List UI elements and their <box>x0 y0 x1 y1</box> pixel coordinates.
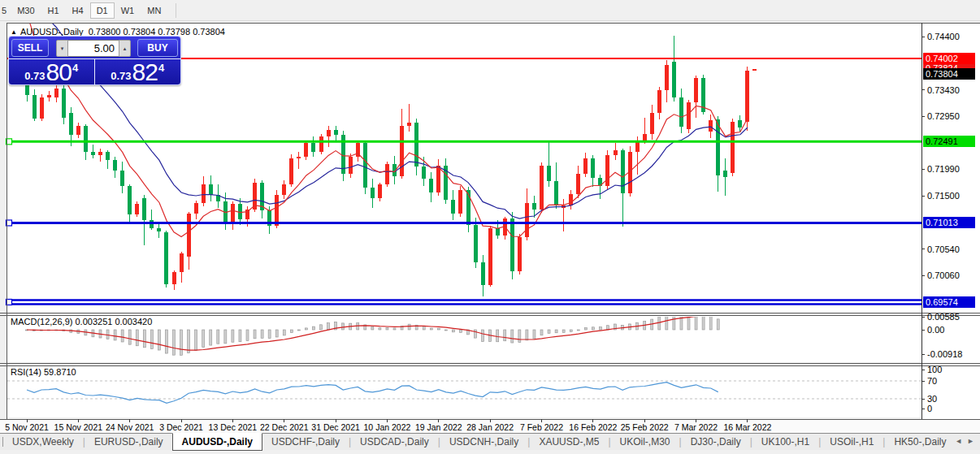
candle <box>238 204 242 219</box>
sell-price-pip: 4 <box>72 62 78 74</box>
volume-input[interactable] <box>68 40 119 57</box>
candle <box>341 135 345 174</box>
hline-price-label-0.74002: 0.74002 <box>923 53 975 64</box>
candle <box>738 120 742 128</box>
candle <box>98 152 102 156</box>
rsi-axis-0: 0 <box>927 403 932 414</box>
macd-indicator-label: MACD(12,26,9) 0.003251 0.003420 <box>11 317 152 326</box>
candle <box>569 194 573 205</box>
price-axis-tick-0.72950: 0.72950 <box>927 110 960 122</box>
price-axis-tick-0.71990: 0.71990 <box>927 163 960 175</box>
candle <box>275 195 279 226</box>
rsi-axis-100: 100 <box>927 364 942 375</box>
buy-price-prefix: 0.73 <box>111 70 131 82</box>
sell-button[interactable]: SELL <box>11 39 49 57</box>
candle <box>583 158 588 174</box>
tab-usdcnh-daily[interactable]: USDCNH-,Daily <box>440 434 527 451</box>
macd-bar <box>106 330 109 339</box>
macd-bar <box>371 326 374 330</box>
tab-usdchf-daily[interactable]: USDCHF-,Daily <box>262 434 349 451</box>
tab-usdx-weekly[interactable]: USDX,Weekly <box>3 434 83 451</box>
candle <box>650 113 654 134</box>
macd-bar <box>526 330 528 340</box>
hline-handle[interactable] <box>7 299 12 305</box>
tab-hk50-daily[interactable]: HK50-,Daily <box>885 434 955 451</box>
candle <box>172 272 176 284</box>
candle <box>614 150 618 154</box>
candle <box>540 166 544 210</box>
tab-usdcad-daily[interactable]: USDCAD-,Daily <box>351 434 438 451</box>
macd-bar <box>150 330 153 349</box>
volume-increase-button[interactable]: ▴ <box>119 40 131 57</box>
macd-bar <box>173 330 176 355</box>
macd-bar <box>408 324 410 330</box>
candle <box>672 62 676 97</box>
macd-bar <box>437 328 440 330</box>
macd-bar <box>599 327 601 330</box>
mt4-window: 5M30H1H4D1W1MN ▲AUDUSD-,Daily 0.73800 0.… <box>0 0 980 454</box>
candle <box>518 237 522 271</box>
candle <box>422 166 426 179</box>
rsi-value: 59.8710 <box>44 367 76 377</box>
candle <box>91 152 95 156</box>
tab-ukoil-m30[interactable]: UKOil-,M30 <box>611 434 679 451</box>
macd-bar <box>423 326 425 330</box>
macd-signal-value: 0.003420 <box>115 317 152 326</box>
candle <box>532 203 536 210</box>
macd-value: 0.003251 <box>75 317 112 326</box>
candle <box>33 95 37 118</box>
tab-scroll-right-icon[interactable]: ► <box>965 436 978 446</box>
sell-price-display[interactable]: 0.73 80 4 <box>9 59 95 85</box>
candle <box>180 253 184 272</box>
candle <box>576 174 580 195</box>
buy-price-display[interactable]: 0.73 82 4 <box>95 59 181 85</box>
candle <box>54 89 59 98</box>
candle <box>25 85 29 96</box>
tab-eurusd-daily[interactable]: EURUSD-,Daily <box>85 434 172 451</box>
macd-bar <box>533 330 536 339</box>
buy-button[interactable]: BUY <box>137 39 178 57</box>
macd-bar <box>540 330 543 335</box>
macd-bar <box>239 330 241 342</box>
macd-bar <box>386 327 388 330</box>
tab-usoil-h1[interactable]: USOil-,H1 <box>821 434 882 451</box>
candle <box>334 130 338 134</box>
date-label: 10 Jan 2022 <box>358 422 415 432</box>
macd-bar <box>261 330 263 338</box>
macd-bar <box>548 330 550 333</box>
macd-bar <box>504 330 506 341</box>
candle <box>496 228 500 235</box>
candle <box>297 157 301 159</box>
macd-bar <box>232 330 234 342</box>
candle <box>128 186 132 214</box>
tab-xauusd-m5[interactable]: XAUUSD-,M5 <box>530 434 608 451</box>
tab-dj30-daily[interactable]: DJ30-,Daily <box>682 434 750 451</box>
tab-uk100-h1[interactable]: UK100-,H1 <box>752 434 818 451</box>
volume-decrease-button[interactable]: ▾ <box>56 40 68 57</box>
macd-bar <box>584 328 587 330</box>
date-label: 3 Dec 2021 <box>153 422 210 432</box>
macd-bar <box>592 327 594 330</box>
macd-bar <box>452 330 454 332</box>
date-label: 31 Dec 2021 <box>307 422 364 432</box>
macd-bar <box>136 330 138 346</box>
date-label: 24 Nov 2021 <box>102 422 158 432</box>
macd-bar <box>158 330 160 350</box>
tab-scroll-arrows: ◄► <box>953 437 978 445</box>
symbol-tabbar: USDX,Weekly|EURUSD-,DailyAUDUSD-,DailyUS… <box>0 433 980 450</box>
macd-bar <box>180 330 183 355</box>
hline-handle[interactable] <box>7 220 12 226</box>
macd-bar <box>444 330 447 331</box>
macd-name: MACD(12,26,9) <box>11 317 72 326</box>
candle <box>716 119 720 175</box>
hline-price-label-0.69574: 0.69574 <box>923 296 975 308</box>
tab-scroll-left-icon[interactable]: ◄ <box>953 436 965 446</box>
macd-bar <box>320 325 323 330</box>
candle <box>231 204 235 223</box>
macd-bar <box>475 330 477 338</box>
hline-handle[interactable] <box>7 139 12 145</box>
date-label: 5 Nov 2021 <box>0 422 55 432</box>
tab-audusd-daily[interactable]: AUDUSD-,Daily <box>172 433 262 451</box>
date-label: 15 Nov 2021 <box>50 422 106 432</box>
date-label: 7 Mar 2022 <box>668 422 725 432</box>
